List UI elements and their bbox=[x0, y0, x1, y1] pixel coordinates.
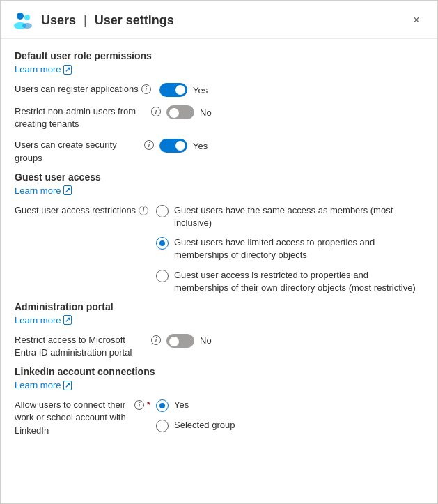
setting-row-restrict-tenants: Restrict non-admin users from creating t… bbox=[15, 104, 423, 130]
section-admin-portal: Administration portal Learn more ↗ Restr… bbox=[15, 301, 423, 359]
label-guest-access-restrictions: Guest user access restrictions i bbox=[15, 203, 150, 217]
section-title-default-user-role: Default user role permissions bbox=[15, 50, 423, 61]
label-register-apps: Users can register applications i bbox=[15, 82, 154, 96]
linkedin-setting-row: Allow users to connect their work or sch… bbox=[15, 397, 423, 437]
learn-more-guest-label: Learn more bbox=[15, 185, 61, 196]
external-link-icon-2: ↗ bbox=[63, 185, 72, 195]
toggle-restrict-tenants-switch[interactable] bbox=[166, 105, 194, 119]
setting-row-security-groups: Users can create security groups i Yes bbox=[15, 137, 423, 164]
radio-item-guest-3[interactable]: Guest user access is restricted to prope… bbox=[156, 269, 423, 294]
info-icon-restrict-portal[interactable]: i bbox=[151, 335, 161, 345]
svg-point-3 bbox=[22, 23, 32, 29]
svg-point-0 bbox=[17, 13, 24, 20]
radio-text-guest-1: Guest users have the same access as memb… bbox=[174, 204, 423, 229]
radio-item-linkedin-group[interactable]: Selected group bbox=[156, 419, 423, 432]
toggle-security-groups[interactable]: Yes bbox=[159, 137, 208, 153]
main-content: Default user role permissions Learn more… bbox=[1, 39, 437, 503]
learn-more-default[interactable]: Learn more ↗ bbox=[15, 64, 72, 75]
radio-text-linkedin-group: Selected group bbox=[174, 419, 423, 432]
info-icon-register-apps[interactable]: i bbox=[141, 84, 151, 94]
label-restrict-tenants: Restrict non-admin users from creating t… bbox=[15, 104, 161, 130]
external-link-icon-3: ↗ bbox=[63, 315, 72, 325]
radio-outer-guest-3[interactable] bbox=[156, 270, 169, 282]
learn-more-admin[interactable]: Learn more ↗ bbox=[15, 315, 72, 326]
toggle-restrict-portal-label: No bbox=[200, 335, 212, 346]
external-link-icon-1: ↗ bbox=[63, 65, 72, 75]
close-button[interactable]: × bbox=[407, 10, 426, 30]
label-restrict-portal: Restrict access to Microsoft Entra ID ad… bbox=[15, 333, 161, 359]
section-default-user-role: Default user role permissions Learn more… bbox=[15, 50, 423, 165]
learn-more-guest[interactable]: Learn more ↗ bbox=[15, 185, 72, 196]
radio-outer-guest-2[interactable] bbox=[156, 237, 169, 250]
radio-inner-linkedin-yes bbox=[159, 403, 165, 408]
label-linkedin-connect: Allow users to connect their work or sch… bbox=[15, 397, 150, 437]
toggle-security-groups-switch[interactable] bbox=[159, 139, 187, 153]
title-separator: | bbox=[84, 13, 87, 27]
learn-more-default-label: Learn more bbox=[15, 64, 61, 75]
title-settings: User settings bbox=[95, 13, 174, 27]
toggle-register-apps[interactable]: Yes bbox=[159, 82, 208, 97]
setting-row-register-apps: Users can register applications i Yes bbox=[15, 82, 423, 97]
guest-access-restriction-row: Guest user access restrictions i Guest u… bbox=[15, 203, 423, 294]
toggle-restrict-portal[interactable]: No bbox=[166, 333, 212, 348]
title-bar: Users | User settings × bbox=[1, 1, 437, 39]
page-title: Users | User settings bbox=[41, 13, 407, 28]
toggle-security-groups-label: Yes bbox=[193, 141, 208, 151]
learn-more-linkedin[interactable]: Learn more ↗ bbox=[15, 380, 72, 390]
svg-point-2 bbox=[24, 15, 30, 20]
label-security-groups: Users can create security groups i bbox=[15, 137, 154, 164]
radio-group-linkedin: Yes Selected group bbox=[156, 397, 423, 432]
external-link-icon-4: ↗ bbox=[63, 381, 72, 390]
radio-text-guest-2: Guest users have limited access to prope… bbox=[174, 236, 423, 261]
radio-text-linkedin-yes: Yes bbox=[174, 399, 423, 411]
toggle-register-apps-switch[interactable] bbox=[159, 83, 187, 97]
radio-inner-guest-2 bbox=[159, 240, 165, 246]
info-icon-restrict-tenants[interactable]: i bbox=[151, 107, 161, 116]
required-star-linkedin: * bbox=[147, 399, 150, 411]
radio-item-guest-1[interactable]: Guest users have the same access as memb… bbox=[156, 204, 423, 229]
radio-outer-linkedin-group[interactable] bbox=[156, 420, 169, 432]
toggle-restrict-tenants[interactable]: No bbox=[166, 104, 212, 119]
radio-outer-guest-1[interactable] bbox=[156, 205, 169, 217]
learn-more-admin-label: Learn more bbox=[15, 315, 61, 326]
section-linkedin: LinkedIn account connections Learn more … bbox=[15, 366, 423, 437]
toggle-restrict-tenants-label: No bbox=[200, 107, 212, 118]
radio-group-guest-access: Guest users have the same access as memb… bbox=[156, 203, 423, 294]
info-icon-linkedin[interactable]: i bbox=[134, 400, 144, 410]
radio-item-guest-2[interactable]: Guest users have limited access to prope… bbox=[156, 236, 423, 261]
section-title-admin-portal: Administration portal bbox=[15, 301, 423, 312]
radio-item-linkedin-yes[interactable]: Yes bbox=[156, 399, 423, 412]
info-icon-security-groups[interactable]: i bbox=[144, 140, 154, 150]
toggle-register-apps-label: Yes bbox=[193, 85, 208, 96]
section-title-guest-access: Guest user access bbox=[15, 171, 423, 183]
radio-outer-linkedin-yes[interactable] bbox=[156, 399, 169, 412]
info-icon-guest-access[interactable]: i bbox=[139, 206, 148, 215]
learn-more-linkedin-label: Learn more bbox=[15, 380, 61, 390]
radio-text-guest-3: Guest user access is restricted to prope… bbox=[174, 269, 423, 294]
setting-row-restrict-portal: Restrict access to Microsoft Entra ID ad… bbox=[15, 333, 423, 359]
toggle-restrict-portal-switch[interactable] bbox=[166, 334, 194, 348]
title-users: Users bbox=[41, 13, 76, 27]
users-icon bbox=[12, 9, 34, 31]
section-title-linkedin: LinkedIn account connections bbox=[15, 366, 423, 377]
section-guest-user-access: Guest user access Learn more ↗ Guest use… bbox=[15, 171, 423, 294]
settings-window: Users | User settings × Default user rol… bbox=[0, 0, 438, 504]
